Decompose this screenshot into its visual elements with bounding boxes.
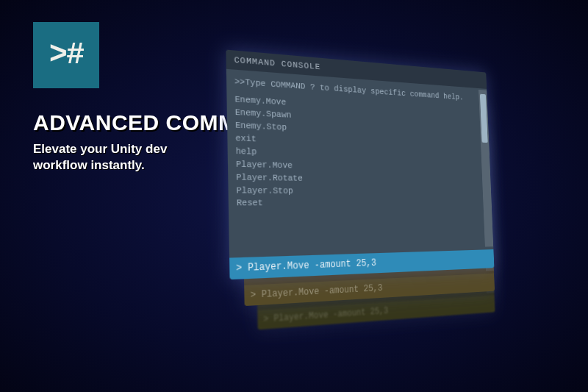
logo-box: ># — [33, 22, 99, 88]
input-prefix: > — [263, 314, 268, 325]
console-panel-front: COMMAND CONSOLE >>Type COMMAND ? to disp… — [226, 50, 494, 280]
input-prefix: > — [251, 290, 257, 301]
input-value: Player.Move -amount 25,3 — [262, 283, 383, 300]
logo-symbol: ># — [49, 38, 83, 73]
input-value: Player.Move -amount 25,3 — [273, 306, 388, 324]
scrollbar-thumb[interactable] — [480, 94, 488, 143]
input-prefix: > — [236, 263, 242, 274]
console-body: >>Type COMMAND ? to display specific com… — [226, 69, 493, 241]
command-item: Player.Stop — [236, 185, 485, 199]
hero-subtitle: Elevate your Unity dev workflow instantl… — [33, 141, 195, 174]
console-stack: COMMAND CONSOLE >>Type COMMAND ? to disp… — [220, 66, 529, 338]
command-list: Enemy.MoveEnemy.SpawnEnemy.StopexithelpP… — [234, 93, 486, 210]
command-item: Reset — [237, 198, 486, 211]
input-value: Player.Move -amount 25,3 — [248, 257, 376, 274]
